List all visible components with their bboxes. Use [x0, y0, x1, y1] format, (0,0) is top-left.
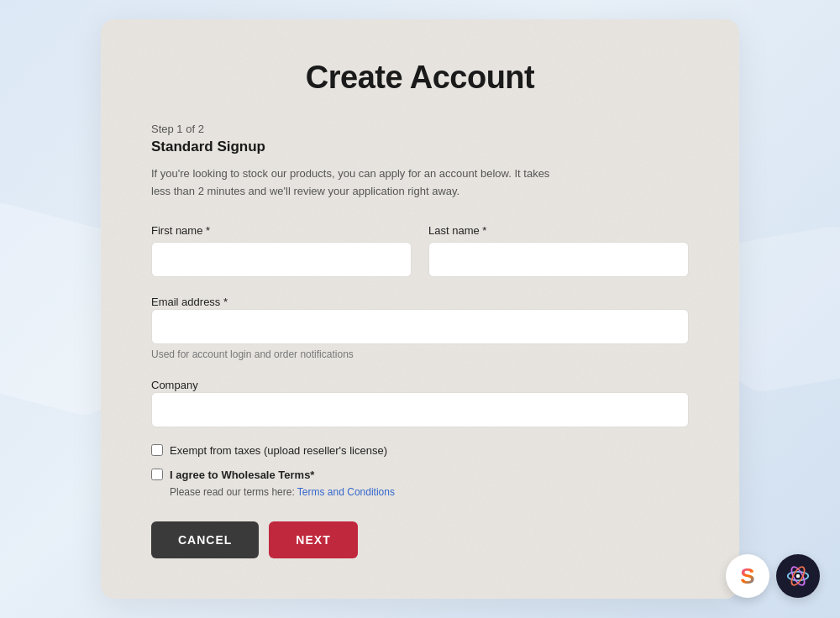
page-title: Create Account — [151, 60, 689, 96]
terms-prefix: Please read our terms here: — [170, 486, 297, 498]
first-name-group: First name * — [151, 224, 412, 277]
next-button[interactable]: NEXT — [269, 521, 357, 558]
first-name-input[interactable] — [151, 242, 412, 277]
tax-exempt-checkbox[interactable] — [151, 444, 163, 456]
atom-icon — [786, 564, 810, 588]
email-section: Email address * Used for account login a… — [151, 294, 689, 360]
s-letter: S — [740, 563, 754, 589]
email-label: Email address * — [151, 296, 228, 308]
terms-checkbox[interactable] — [151, 469, 163, 480]
svg-point-3 — [796, 574, 800, 578]
last-name-input[interactable] — [428, 242, 689, 277]
step-description: If you're looking to stock our products,… — [151, 165, 554, 201]
company-label: Company — [151, 379, 198, 391]
create-account-card: Create Account Step 1 of 2 Standard Sign… — [101, 19, 739, 599]
step-label: Step 1 of 2 — [151, 123, 689, 135]
terms-link[interactable]: Terms and Conditions — [297, 486, 395, 498]
tax-exempt-group: Exempt from taxes (upload reseller's lic… — [151, 444, 689, 457]
first-name-label: First name * — [151, 224, 412, 237]
s-icon-button[interactable]: S — [726, 554, 769, 598]
step-heading: Standard Signup — [151, 139, 689, 155]
last-name-group: Last name * — [428, 224, 689, 277]
company-input[interactable] — [151, 392, 689, 427]
email-hint: Used for account login and order notific… — [151, 348, 689, 360]
terms-line: Please read our terms here: Terms and Co… — [170, 486, 689, 498]
name-row: First name * Last name * — [151, 224, 689, 277]
cancel-button[interactable]: CANCEL — [151, 521, 259, 558]
button-row: CANCEL NEXT — [151, 521, 689, 558]
tax-exempt-label[interactable]: Exempt from taxes (upload reseller's lic… — [170, 444, 387, 457]
terms-group: I agree to Wholesale Terms* — [151, 469, 689, 481]
company-section: Company — [151, 377, 689, 427]
terms-label[interactable]: I agree to Wholesale Terms* — [170, 469, 314, 481]
email-input[interactable] — [151, 309, 689, 344]
floating-icons: S — [726, 554, 820, 598]
bolt-icon-button[interactable] — [776, 554, 820, 598]
last-name-label: Last name * — [428, 224, 689, 237]
